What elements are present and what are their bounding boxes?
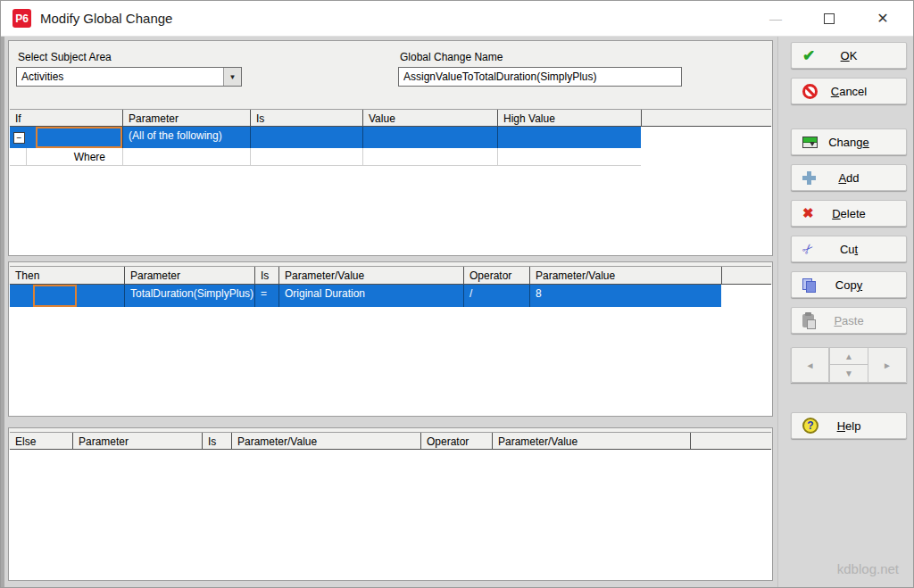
subject-area-label: Select Subject Area [18, 51, 112, 63]
copy-icon-wrap [802, 278, 815, 292]
subject-area-dropdown-button[interactable]: ▼ [223, 68, 241, 86]
if-header-is: Is [250, 110, 362, 126]
window-title: Modify Global Change [40, 11, 172, 26]
cancel-no-entry-icon [802, 84, 818, 99]
if-header-if: If [10, 110, 122, 126]
copy-button-label: Copy [835, 278, 862, 292]
else-header-filler [690, 433, 771, 449]
paste-button[interactable]: Paste [791, 307, 907, 334]
change-button-label: Change [828, 136, 869, 149]
if-parameter-cell[interactable]: (All of the following) [122, 127, 250, 148]
add-button[interactable]: Add [791, 164, 907, 191]
arrow-up-icon: ▲ [844, 352, 853, 361]
if-panel: Select Subject Area Activities ▼ Global … [8, 40, 773, 256]
ok-check-icon: ✔ [802, 46, 815, 65]
then-parameter-value-cell[interactable]: Original Duration [278, 285, 463, 307]
delete-button[interactable]: ✖ Delete [791, 200, 907, 227]
if-grid-header: If Parameter Is Value High Value [10, 109, 771, 127]
chevron-down-icon: ▼ [229, 73, 237, 81]
ok-button[interactable]: ✔ OK [791, 42, 907, 69]
move-left-button[interactable]: ◄ [791, 347, 829, 383]
global-change-name-label: Global Change Name [400, 51, 503, 63]
help-icon-wrap: ? [802, 418, 818, 434]
else-header-parameter-value: Parameter/Value [231, 433, 420, 449]
if-is-cell[interactable] [250, 127, 362, 148]
window-controls: — ✕ [749, 1, 910, 36]
then-header-parameter-value: Parameter/Value [278, 267, 463, 284]
cancel-icon-wrap [802, 84, 818, 99]
copy-documents-icon [802, 278, 815, 292]
collapse-expander-icon[interactable]: − [13, 132, 25, 144]
modify-global-change-dialog: P6 Modify Global Change — ✕ Select Subje… [0, 0, 914, 588]
else-panel: Else Parameter Is Parameter/Value Operat… [8, 427, 773, 581]
help-button-label: Help [837, 419, 861, 433]
if-high-value-cell[interactable] [497, 127, 641, 148]
watermark: kdblog.net [837, 561, 899, 576]
move-right-button[interactable]: ► [868, 347, 907, 383]
close-button[interactable]: ✕ [856, 1, 910, 36]
then-panel: Then Parameter Is Parameter/Value Operat… [8, 261, 773, 417]
arrow-down-icon: ▼ [844, 369, 853, 378]
arrow-right-icon: ► [883, 360, 892, 370]
else-header-parameter-value2: Parameter/Value [492, 433, 690, 449]
cancel-button-label: Cancel [831, 85, 867, 98]
copy-button[interactable]: Copy [791, 271, 907, 298]
move-up-button[interactable]: ▲ [829, 347, 868, 365]
then-statement-row[interactable]: TotalDuration(SimplyPlus) = Original Dur… [10, 285, 721, 307]
cut-scissors-icon: ✂ [798, 239, 818, 259]
where-label-cell[interactable]: Where [26, 148, 122, 165]
move-vertical-group: ▲ ▼ [829, 347, 868, 383]
then-grid-header: Then Parameter Is Parameter/Value Operat… [10, 266, 771, 285]
if-header-high-value: High Value [497, 110, 641, 126]
else-header-else: Else [10, 433, 72, 449]
global-change-name-input[interactable] [398, 67, 682, 87]
cut-button[interactable]: ✂ Cut [791, 236, 907, 262]
where-indent-cell[interactable] [10, 148, 26, 165]
cancel-button[interactable]: Cancel [791, 78, 907, 104]
cut-button-label: Cut [840, 243, 858, 256]
if-where-row[interactable]: Where [10, 148, 641, 166]
then-header-filler [721, 267, 771, 284]
change-box-icon [802, 137, 818, 148]
else-header-is: Is [202, 433, 231, 449]
if-header-filler [641, 110, 771, 126]
then-parameter-cell[interactable]: TotalDuration(SimplyPlus) [124, 285, 254, 307]
add-button-label: Add [838, 171, 859, 185]
action-sidebar: ✔ OK Cancel Change Add ✖ Delete ✂ Cut [777, 37, 913, 587]
add-plus-icon [802, 171, 816, 185]
then-is-cell[interactable]: = [254, 285, 278, 307]
where-high-value-cell[interactable] [497, 148, 641, 165]
paste-button-label: Paste [834, 314, 863, 327]
change-button[interactable]: Change [791, 128, 907, 155]
if-value-cell[interactable] [362, 127, 497, 148]
where-is-cell[interactable] [250, 148, 362, 165]
else-grid-header: Else Parameter Is Parameter/Value Operat… [10, 432, 771, 450]
then-operator-cell[interactable]: / [463, 285, 529, 307]
where-value-cell[interactable] [362, 148, 497, 165]
change-icon-wrap [802, 137, 818, 148]
subject-area-combobox[interactable]: Activities ▼ [16, 67, 242, 87]
then-header-parameter-value2: Parameter/Value [529, 267, 721, 284]
selected-cell-highlight[interactable] [36, 127, 122, 148]
then-parameter-value2-cell[interactable]: 8 [529, 285, 721, 307]
where-parameter-cell[interactable] [122, 148, 250, 165]
help-button[interactable]: ? Help [791, 412, 907, 439]
then-header-is: Is [254, 267, 278, 284]
ok-button-label: OK [841, 49, 858, 62]
minimize-button[interactable]: — [749, 1, 802, 36]
then-header-operator: Operator [463, 267, 529, 284]
then-header-then: Then [10, 267, 124, 284]
arrow-left-icon: ◄ [806, 360, 815, 370]
if-condition-row[interactable]: − (All of the following) [10, 127, 641, 148]
window-left-edge [1, 37, 4, 587]
maximize-button[interactable] [802, 1, 856, 36]
p6-app-icon[interactable]: P6 [12, 9, 31, 28]
move-navigation-group: ◄ ▲ ▼ ► [791, 347, 907, 383]
title-bar: P6 Modify Global Change — ✕ [1, 1, 913, 37]
subject-area-value: Activities [17, 70, 223, 83]
delete-button-label: Delete [832, 207, 866, 220]
delete-x-icon: ✖ [802, 205, 814, 221]
move-down-button[interactable]: ▼ [829, 365, 868, 383]
add-icon-wrap [802, 171, 816, 185]
selected-cell-highlight[interactable] [33, 285, 77, 307]
